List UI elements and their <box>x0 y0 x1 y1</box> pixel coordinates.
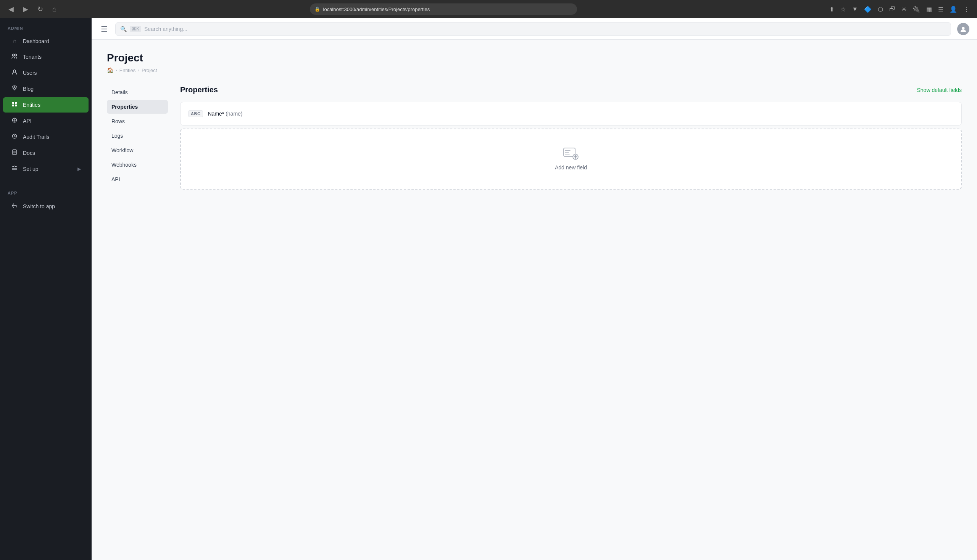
breadcrumb-sep-1: › <box>116 68 117 72</box>
home-button[interactable]: ⌂ <box>50 4 59 15</box>
breadcrumb-sep-2: › <box>138 68 139 72</box>
sidebar-item-label: Audit Trails <box>23 134 49 140</box>
sidenav-properties[interactable]: Properties <box>107 100 168 114</box>
ext-2[interactable]: 🔷 <box>862 4 873 15</box>
admin-section-label: ADMIN <box>0 18 92 33</box>
sidebar-item-blog[interactable]: Blog <box>3 81 89 97</box>
field-type-badge: ABC <box>188 110 203 117</box>
blog-icon <box>11 85 18 93</box>
sidebar-item-users[interactable]: Users <box>3 65 89 80</box>
tenants-icon <box>11 53 18 61</box>
breadcrumb-entities[interactable]: Entities <box>119 68 136 73</box>
docs-icon <box>11 149 18 157</box>
entity-layout: Details Properties Rows Logs Workflow We… <box>107 85 962 190</box>
sidenav-logs[interactable]: Logs <box>107 129 168 143</box>
sidebar-item-entities[interactable]: Entities <box>3 97 89 113</box>
sidebar-item-audit-trails[interactable]: Audit Trails <box>3 129 89 145</box>
page-title: Project <box>107 52 962 64</box>
sidenav-api[interactable]: API <box>107 172 168 186</box>
forward-button[interactable]: ▶ <box>21 3 30 15</box>
avatar[interactable] <box>957 23 969 35</box>
field-key: (name) <box>225 111 242 117</box>
field-row: ABC Name* (name) <box>180 102 962 125</box>
users-icon <box>11 69 18 77</box>
top-bar: ☰ 🔍 ⌘K Search anything... <box>92 18 977 40</box>
lock-icon: 🔒 <box>314 7 320 12</box>
svg-rect-6 <box>15 105 17 107</box>
sidenav-details[interactable]: Details <box>107 85 168 99</box>
svg-point-0 <box>13 54 15 56</box>
ext-8[interactable]: ☰ <box>937 4 945 15</box>
search-placeholder: Search anything... <box>144 26 187 32</box>
sidenav-webhooks[interactable]: Webhooks <box>107 158 168 172</box>
search-icon: 🔍 <box>120 26 127 32</box>
sidebar-item-label: API <box>23 118 32 124</box>
edit-field-button[interactable] <box>929 108 940 119</box>
properties-title: Properties <box>180 85 218 94</box>
browser-chrome: ◀ ▶ ↻ ⌂ 🔒 localhost:3000/admin/entities/… <box>0 0 977 18</box>
svg-rect-5 <box>12 105 14 107</box>
ext-4[interactable]: 🗗 <box>888 4 897 14</box>
app-layout: ADMIN ⌂ Dashboard Tenants <box>0 18 977 560</box>
sidebar-item-label: Set up <box>23 166 38 172</box>
svg-point-2 <box>13 70 16 72</box>
add-new-field-area[interactable]: Add new field <box>180 128 962 190</box>
search-bar[interactable]: 🔍 ⌘K Search anything... <box>115 22 951 36</box>
svg-point-10 <box>962 27 965 29</box>
sidenav-workflow[interactable]: Workflow <box>107 143 168 157</box>
ext-7[interactable]: ▦ <box>925 4 934 15</box>
breadcrumb-current: Project <box>142 68 157 73</box>
ext-1[interactable]: ▼ <box>850 4 860 14</box>
sidebar-item-setup[interactable]: Set up ▶ <box>3 162 89 177</box>
search-shortcut: ⌘K <box>130 26 141 32</box>
delete-field-button[interactable] <box>943 108 954 119</box>
svg-point-1 <box>15 54 17 56</box>
breadcrumb-home[interactable]: 🏠 <box>107 67 114 73</box>
properties-header: Properties Show default fields <box>180 85 962 94</box>
sidebar-item-label: Dashboard <box>23 38 49 44</box>
field-name: Name* (name) <box>208 111 925 117</box>
share-icon[interactable]: ⬆ <box>828 4 836 15</box>
topbar-right <box>957 23 969 35</box>
setup-icon <box>11 165 18 173</box>
audit-trails-icon <box>11 133 18 141</box>
ext-6[interactable]: 🔌 <box>911 4 922 15</box>
address-bar[interactable]: 🔒 localhost:3000/admin/entities/Projects… <box>310 3 577 15</box>
refresh-button[interactable]: ↻ <box>35 3 45 15</box>
sidenav-rows[interactable]: Rows <box>107 115 168 128</box>
sidebar-item-dashboard[interactable]: ⌂ Dashboard <box>3 34 89 48</box>
sidebar-item-label: Tenants <box>23 54 42 60</box>
svg-rect-3 <box>12 102 14 104</box>
more-options-icon[interactable]: ⋮ <box>962 4 971 15</box>
bookmark-icon[interactable]: ☆ <box>839 4 847 15</box>
sidebar-item-switch-to-app[interactable]: Switch to app <box>3 199 89 214</box>
setup-chevron-icon: ▶ <box>77 166 81 172</box>
ext-5[interactable]: ✳ <box>900 4 908 15</box>
sidebar-item-docs[interactable]: Docs <box>3 145 89 161</box>
svg-rect-4 <box>15 102 17 104</box>
switch-icon <box>11 203 18 210</box>
menu-toggle-icon[interactable]: ☰ <box>99 23 109 35</box>
sidebar-item-label: Switch to app <box>23 203 55 210</box>
sidebar-item-label: Blog <box>23 86 33 92</box>
sidebar: ADMIN ⌂ Dashboard Tenants <box>0 18 92 560</box>
sidebar-item-api[interactable]: API <box>3 113 89 128</box>
page-content: Project 🏠 › Entities › Project Details P… <box>92 40 977 560</box>
back-button[interactable]: ◀ <box>6 3 16 15</box>
add-field-label: Add new field <box>555 164 587 170</box>
sidebar-item-label: Entities <box>23 102 40 108</box>
field-name-text: Name* <box>208 111 224 117</box>
add-field-icon-container <box>563 148 579 160</box>
breadcrumb: 🏠 › Entities › Project <box>107 67 962 73</box>
show-default-fields-link[interactable]: Show default fields <box>917 87 962 93</box>
sidebar-item-tenants[interactable]: Tenants <box>3 49 89 65</box>
url-text: localhost:3000/admin/entities/Projects/p… <box>323 7 430 12</box>
entity-sidenav: Details Properties Rows Logs Workflow We… <box>107 85 168 190</box>
sidebar-item-label: Users <box>23 70 37 76</box>
api-icon <box>11 117 18 125</box>
ext-3[interactable]: ⬡ <box>876 4 885 15</box>
profile-icon[interactable]: 👤 <box>948 4 959 15</box>
entities-icon <box>11 101 18 109</box>
svg-rect-11 <box>947 113 950 116</box>
main-content: ☰ 🔍 ⌘K Search anything... Project 🏠 <box>92 18 977 560</box>
